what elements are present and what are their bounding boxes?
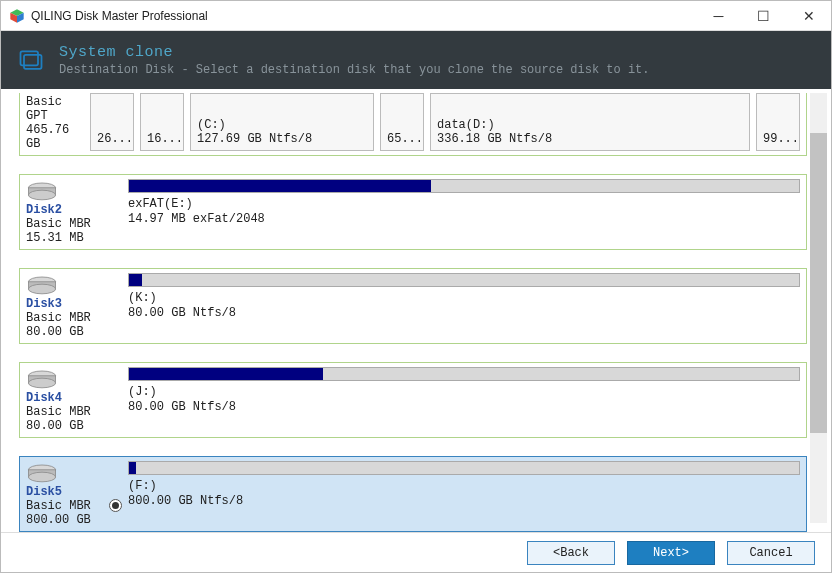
app-logo-icon [9, 8, 25, 24]
disk-type: Basic MBR [26, 405, 122, 419]
disk-list-area: Basic GPT 465.76 GB 26...16...(C:)127.69… [1, 89, 831, 532]
partition-box: (C:)127.69 GB Ntfs/8 [190, 93, 374, 151]
partition-label: 99... [763, 132, 793, 146]
disk-info: Disk5Basic MBR800.00 GB [26, 461, 122, 527]
svg-point-16 [28, 472, 55, 482]
disk-partitions: 26...16...(C:)127.69 GB Ntfs/865...data(… [90, 93, 800, 151]
partition-desc: 80.00 GB Ntfs/8 [128, 400, 800, 415]
partition-label: 16... [147, 132, 177, 146]
partition-box: 16... [140, 93, 184, 151]
disk-name: Disk4 [26, 391, 122, 405]
partition-box: 26... [90, 93, 134, 151]
disk-detail: exFAT(E:)14.97 MB exFat/2048 [122, 179, 800, 245]
back-button[interactable]: <Back [527, 541, 615, 565]
hdd-icon [26, 181, 58, 201]
partition-drive: (K:) [128, 291, 800, 306]
disk-size: 465.76 GB [26, 123, 90, 151]
disk-radio[interactable] [109, 499, 122, 512]
scrollbar-thumb[interactable] [810, 133, 827, 433]
hdd-icon [26, 369, 58, 389]
disk-name: Disk3 [26, 297, 122, 311]
disk-size: 15.31 MB [26, 231, 122, 245]
partition-size: 336.18 GB Ntfs/8 [437, 132, 743, 146]
svg-point-10 [28, 284, 55, 294]
partition-size: 127.69 GB Ntfs/8 [197, 132, 367, 146]
disk-row[interactable]: Disk5Basic MBR800.00 GB(F:)800.00 GB Ntf… [19, 456, 807, 532]
window-title: QILING Disk Master Professional [31, 9, 696, 23]
disk-name: Disk5 [26, 485, 122, 499]
disk-row[interactable]: Disk4Basic MBR80.00 GB(J:)80.00 GB Ntfs/… [19, 362, 807, 438]
disk-detail: (K:)80.00 GB Ntfs/8 [122, 273, 800, 339]
cancel-button[interactable]: Cancel [727, 541, 815, 565]
disk-size: 80.00 GB [26, 419, 122, 433]
svg-point-13 [28, 378, 55, 388]
disk-detail: (J:)80.00 GB Ntfs/8 [122, 367, 800, 433]
minimize-button[interactable]: ─ [696, 1, 741, 31]
titlebar: QILING Disk Master Professional ─ ☐ ✕ [1, 1, 831, 31]
partition-label: (C:) [197, 118, 367, 132]
disk-row-source: Basic GPT 465.76 GB 26...16...(C:)127.69… [19, 93, 807, 156]
disk-size: 800.00 GB [26, 513, 122, 527]
page-header: System clone Destination Disk - Select a… [1, 31, 831, 89]
maximize-button[interactable]: ☐ [741, 1, 786, 31]
partition-drive: (J:) [128, 385, 800, 400]
usage-bar [128, 179, 800, 193]
clone-icon [17, 46, 45, 74]
disk-info: Disk2Basic MBR15.31 MB [26, 179, 122, 245]
disk-type: Basic GPT [26, 95, 90, 123]
window-controls: ─ ☐ ✕ [696, 1, 831, 31]
partition-label: 65... [387, 132, 417, 146]
disk-info: Disk4Basic MBR80.00 GB [26, 367, 122, 433]
disk-name: Disk2 [26, 203, 122, 217]
close-button[interactable]: ✕ [786, 1, 831, 31]
partition-drive: exFAT(E:) [128, 197, 800, 212]
disk-row[interactable]: Disk2Basic MBR15.31 MBexFAT(E:)14.97 MB … [19, 174, 807, 250]
partition-desc: 14.97 MB exFat/2048 [128, 212, 800, 227]
usage-fill [129, 180, 431, 192]
disk-size: 80.00 GB [26, 325, 122, 339]
disk-type: Basic MBR [26, 499, 122, 513]
partition-label: data(D:) [437, 118, 743, 132]
usage-bar [128, 461, 800, 475]
next-button[interactable]: Next> [627, 541, 715, 565]
page-subtitle: Destination Disk - Select a destination … [59, 63, 650, 77]
page-title: System clone [59, 44, 650, 61]
usage-fill [129, 462, 136, 474]
hdd-icon [26, 275, 58, 295]
disk-type: Basic MBR [26, 217, 122, 231]
partition-box: data(D:)336.18 GB Ntfs/8 [430, 93, 750, 151]
scrollbar[interactable] [810, 93, 827, 523]
usage-fill [129, 274, 142, 286]
hdd-icon [26, 463, 58, 483]
disk-detail: (F:)800.00 GB Ntfs/8 [122, 461, 800, 527]
wizard-footer: <Back Next> Cancel [1, 532, 831, 572]
partition-drive: (F:) [128, 479, 800, 494]
partition-box: 65... [380, 93, 424, 151]
partition-label: 26... [97, 132, 127, 146]
partition-desc: 800.00 GB Ntfs/8 [128, 494, 800, 509]
svg-point-7 [28, 190, 55, 200]
disk-info: Basic GPT 465.76 GB [26, 93, 90, 151]
partition-desc: 80.00 GB Ntfs/8 [128, 306, 800, 321]
disk-row[interactable]: Disk3Basic MBR80.00 GB(K:)80.00 GB Ntfs/… [19, 268, 807, 344]
usage-bar [128, 367, 800, 381]
usage-fill [129, 368, 323, 380]
disk-info: Disk3Basic MBR80.00 GB [26, 273, 122, 339]
usage-bar [128, 273, 800, 287]
partition-box: 99... [756, 93, 800, 151]
disk-type: Basic MBR [26, 311, 122, 325]
